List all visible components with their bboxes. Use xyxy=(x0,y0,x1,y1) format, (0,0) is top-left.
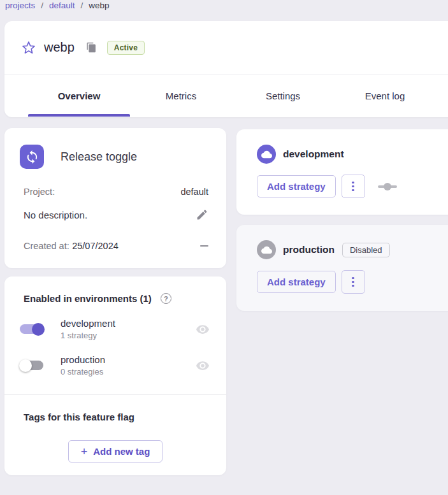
environment-panel-controls: Add strategy xyxy=(257,175,448,198)
env-toggle-indicator xyxy=(378,183,397,190)
kebab-icon xyxy=(352,182,354,184)
environment-name: production xyxy=(283,244,335,255)
environment-panel-development: development Add strategy xyxy=(236,129,448,215)
active-tab-indicator xyxy=(28,114,130,117)
overview-content: Release toggle Project: default No descr… xyxy=(4,128,448,475)
add-new-tag-button[interactable]: + Add new tag xyxy=(68,440,163,463)
tab-event-log[interactable]: Event log xyxy=(334,75,436,117)
environment-panel-header: development xyxy=(257,145,448,164)
copy-name-button[interactable] xyxy=(86,42,97,53)
created-row: Created at: 25/07/2024 xyxy=(24,240,208,252)
status-badge: Active xyxy=(107,41,145,55)
environments-title: Enabled in environments (1) xyxy=(24,293,152,304)
flag-details-card: Release toggle Project: default No descr… xyxy=(4,128,226,268)
environment-panel-header: production Disabled xyxy=(257,240,448,259)
environment-row-production: production 0 strategies xyxy=(20,354,212,377)
pencil-icon xyxy=(196,208,208,221)
release-toggle-icon xyxy=(20,145,44,169)
production-toggle[interactable] xyxy=(20,359,44,372)
star-icon xyxy=(22,41,36,55)
tab-bar: Overview Metrics Settings Event log xyxy=(4,75,448,117)
cloud-icon xyxy=(257,145,276,164)
more-options-button[interactable] xyxy=(342,270,365,294)
tags-section: Tags for this feature flag + Add new tag xyxy=(4,395,226,475)
feature-title-row: webp Active xyxy=(4,21,448,75)
kebab-icon xyxy=(352,277,354,280)
tab-overview[interactable]: Overview xyxy=(28,75,130,117)
environments-tags-card: Enabled in environments (1) ? developmen… xyxy=(4,276,226,475)
development-toggle[interactable] xyxy=(20,323,44,336)
copy-icon xyxy=(86,42,97,53)
feature-flag-page: projects / default / webp webp Active Ov… xyxy=(0,0,448,495)
more-options-button[interactable] xyxy=(342,175,365,198)
tab-settings[interactable]: Settings xyxy=(232,75,334,117)
right-column: development Add strategy xyxy=(236,129,448,475)
feature-header-card: webp Active Overview Metrics Settings Ev… xyxy=(4,21,448,117)
project-label: Project: xyxy=(24,187,55,197)
created-label: Created at: xyxy=(24,241,69,251)
environment-name: development xyxy=(283,148,344,160)
plus-icon: + xyxy=(81,447,88,456)
flag-type-title: Release toggle xyxy=(61,150,137,164)
add-new-tag-label: Add new tag xyxy=(93,446,150,457)
breadcrumb-separator: / xyxy=(81,1,83,10)
minus-icon xyxy=(200,245,208,247)
strategy-count: 1 strategy xyxy=(61,331,115,340)
left-column: Release toggle Project: default No descr… xyxy=(4,128,226,475)
favorite-button[interactable] xyxy=(22,41,36,55)
environment-row-development: development 1 strategy xyxy=(20,318,212,340)
breadcrumb-link-default[interactable]: default xyxy=(49,1,75,10)
cloud-icon xyxy=(257,240,276,259)
collapse-details-button[interactable] xyxy=(200,245,208,247)
enabled-environments-section: Enabled in environments (1) ? developmen… xyxy=(4,276,226,394)
environment-name: production xyxy=(61,354,105,365)
project-value: default xyxy=(180,187,208,197)
add-strategy-button[interactable]: Add strategy xyxy=(257,175,336,197)
strategy-count: 0 strategies xyxy=(61,367,105,377)
disabled-badge: Disabled xyxy=(342,243,390,257)
breadcrumb-separator: / xyxy=(41,1,43,10)
page-title: webp xyxy=(44,40,75,55)
created-value: 25/07/2024 xyxy=(72,241,119,251)
flag-type-row: Release toggle xyxy=(20,145,208,169)
breadcrumb: projects / default / webp xyxy=(5,1,110,10)
environment-panel-controls: Add strategy xyxy=(257,270,448,294)
eye-icon[interactable] xyxy=(196,359,210,373)
tags-title: Tags for this feature flag xyxy=(24,412,211,422)
breadcrumb-current: webp xyxy=(89,1,109,10)
description-row: No description. xyxy=(24,208,208,221)
tab-metrics[interactable]: Metrics xyxy=(130,75,232,117)
environment-panel-production: production Disabled Add strategy xyxy=(236,225,448,311)
add-strategy-button[interactable]: Add strategy xyxy=(257,271,336,293)
eye-icon[interactable] xyxy=(196,322,210,336)
edit-description-button[interactable] xyxy=(196,208,208,221)
help-icon[interactable]: ? xyxy=(161,293,171,304)
description-text: No description. xyxy=(24,210,87,220)
breadcrumb-link-projects[interactable]: projects xyxy=(5,1,35,10)
project-row: Project: default xyxy=(24,187,208,197)
environment-name: development xyxy=(61,318,115,329)
